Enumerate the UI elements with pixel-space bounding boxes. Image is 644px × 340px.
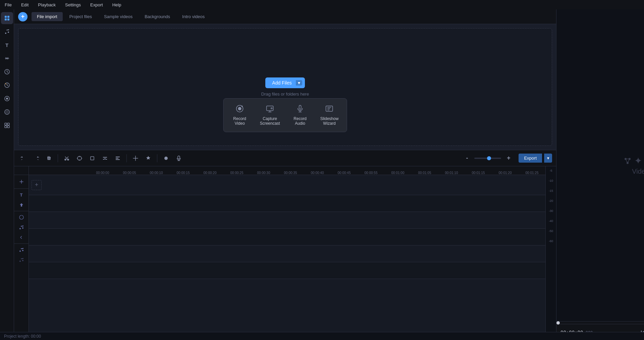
tl-music-icon[interactable] bbox=[15, 245, 28, 254]
svg-point-21 bbox=[164, 157, 168, 160]
tab-project-files[interactable]: Project files bbox=[64, 12, 97, 21]
record-video-button[interactable]: RecordVideo bbox=[226, 101, 253, 129]
ruler-mark-7: 00:00:35 bbox=[277, 171, 304, 175]
track-row-6 bbox=[29, 262, 545, 279]
svg-point-17 bbox=[271, 107, 273, 109]
tl-icon-group-1 bbox=[14, 175, 29, 189]
add-to-track-button[interactable]: + bbox=[32, 180, 42, 190]
vol-label-20: -20 bbox=[549, 199, 553, 203]
timeline-left-panel: T bbox=[14, 166, 29, 340]
zoom-slider[interactable] bbox=[474, 158, 501, 159]
svg-point-15 bbox=[241, 106, 243, 107]
svg-rect-20 bbox=[91, 157, 94, 160]
svg-rect-1 bbox=[7, 16, 9, 18]
export-dropdown-button[interactable]: ▾ bbox=[544, 154, 552, 163]
track-row-5 bbox=[29, 245, 545, 262]
tab-intro-videos[interactable]: Intro videos bbox=[177, 12, 210, 21]
align-button[interactable] bbox=[112, 153, 123, 164]
sidebar-icon-fx[interactable] bbox=[1, 66, 13, 78]
record-button[interactable] bbox=[161, 153, 171, 164]
marker-button[interactable] bbox=[143, 153, 154, 164]
sidebar-icon-history[interactable] bbox=[1, 79, 13, 91]
redo-button[interactable] bbox=[31, 153, 42, 164]
cut-button[interactable] bbox=[61, 153, 72, 164]
tl-color-icon[interactable] bbox=[15, 213, 28, 222]
tl-expand-icon[interactable] bbox=[15, 200, 28, 210]
sidebar-icon-transitions[interactable] bbox=[1, 52, 13, 64]
add-media-button[interactable]: + bbox=[18, 12, 28, 21]
main-layout: T bbox=[0, 9, 644, 340]
record-video-label: RecordVideo bbox=[233, 116, 246, 126]
sidebar-icon-add[interactable] bbox=[1, 12, 13, 24]
tl-icon-group-2: T bbox=[14, 189, 29, 211]
separator-3 bbox=[157, 154, 157, 162]
sidebar-icon-music[interactable] bbox=[1, 25, 13, 38]
tab-sample-videos[interactable]: Sample videos bbox=[99, 12, 138, 21]
tl-audio2-icon[interactable] bbox=[15, 255, 28, 265]
menu-edit[interactable]: Edit bbox=[19, 1, 31, 9]
menu-bar: File Edit Playback Settings Export Help bbox=[0, 0, 644, 9]
capture-screencast-button[interactable]: CaptureScreencast bbox=[255, 101, 285, 129]
ruler-mark-0: 00:00:00 bbox=[89, 171, 116, 175]
ruler-mark-1: 00:00:05 bbox=[116, 171, 143, 175]
movavi-name: ✦ movavi bbox=[634, 155, 644, 166]
svg-point-23 bbox=[19, 215, 23, 219]
export-button[interactable]: Export bbox=[519, 154, 542, 163]
zoom-out-button[interactable]: - bbox=[462, 153, 472, 164]
ruler-mark-4: 00:00:20 bbox=[197, 171, 223, 175]
add-files-chevron[interactable]: ▾ bbox=[296, 80, 302, 86]
tab-backgrounds[interactable]: Backgrounds bbox=[139, 12, 175, 21]
undo-button[interactable] bbox=[18, 153, 29, 164]
ruler-mark-3: 00:00:15 bbox=[170, 171, 197, 175]
separator-2 bbox=[126, 154, 127, 162]
sidebar-icon-text[interactable]: T bbox=[1, 39, 13, 51]
add-files-button[interactable]: Add Files ▾ bbox=[265, 77, 305, 88]
preview-playhead bbox=[556, 321, 560, 325]
menu-file[interactable]: File bbox=[3, 1, 14, 9]
menu-export[interactable]: Export bbox=[88, 1, 105, 9]
crop-button[interactable] bbox=[87, 153, 98, 164]
timeline-toolbar: - + Export ▾ bbox=[14, 150, 556, 166]
menu-settings[interactable]: Settings bbox=[63, 1, 83, 9]
ruler-mark-15: 00:01:20 bbox=[492, 171, 519, 175]
capture-screencast-label: CaptureScreencast bbox=[260, 116, 280, 126]
rotate-button[interactable] bbox=[74, 153, 85, 164]
svg-rect-22 bbox=[178, 156, 180, 159]
svg-point-13 bbox=[238, 107, 241, 110]
ruler-mark-14: 00:01:15 bbox=[465, 171, 492, 175]
tab-file-import[interactable]: File import bbox=[32, 12, 63, 21]
drag-drop-text: Drag files or folders here bbox=[261, 92, 309, 97]
zoom-in-button[interactable]: + bbox=[503, 153, 514, 164]
vol-label-10: -10 bbox=[549, 179, 553, 182]
svg-rect-11 bbox=[5, 126, 7, 128]
ruler-mark-8: 00:00:40 bbox=[304, 171, 331, 175]
timeline-section: - + Export ▾ bbox=[14, 150, 556, 340]
timeline-body: T bbox=[14, 166, 556, 340]
sidebar-icon-color[interactable] bbox=[1, 93, 13, 105]
tracks-area: 00:00:00 00:00:05 00:00:10 00:00:15 00:0… bbox=[29, 166, 545, 340]
timeline-ruler: 00:00:00 00:00:05 00:00:10 00:00:15 00:0… bbox=[29, 166, 545, 175]
mic-button[interactable] bbox=[173, 153, 184, 164]
sidebar-icon-widgets[interactable] bbox=[1, 119, 13, 131]
vol-label-30: -30 bbox=[549, 209, 553, 213]
record-audio-button[interactable]: RecordAudio bbox=[287, 101, 314, 129]
tl-audio-track-icon[interactable] bbox=[15, 223, 28, 232]
menu-playback[interactable]: Playback bbox=[36, 1, 58, 9]
tl-back-icon[interactable] bbox=[15, 233, 28, 242]
track-row-4 bbox=[29, 229, 545, 245]
slideshow-wizard-button[interactable]: SlideshowWizard bbox=[315, 101, 344, 129]
record-audio-label: RecordAudio bbox=[293, 116, 307, 126]
trim-button[interactable] bbox=[100, 153, 110, 164]
transition-button[interactable] bbox=[130, 153, 141, 164]
tl-text-icon[interactable]: T bbox=[15, 190, 28, 200]
tl-add-track-icon[interactable] bbox=[15, 177, 28, 186]
vol-label-5: -5 bbox=[549, 169, 552, 172]
sidebar-icon-stabilize[interactable] bbox=[1, 106, 13, 118]
vol-label-40: -40 bbox=[549, 219, 553, 223]
delete-button[interactable] bbox=[44, 153, 54, 164]
menu-help[interactable]: Help bbox=[110, 1, 123, 9]
track-row-main: + bbox=[29, 175, 545, 195]
project-length-text: Project length: 00:00 bbox=[4, 334, 41, 339]
tabs-row: + File import Project files Sample video… bbox=[14, 9, 556, 24]
preview-timeline[interactable] bbox=[556, 321, 644, 324]
